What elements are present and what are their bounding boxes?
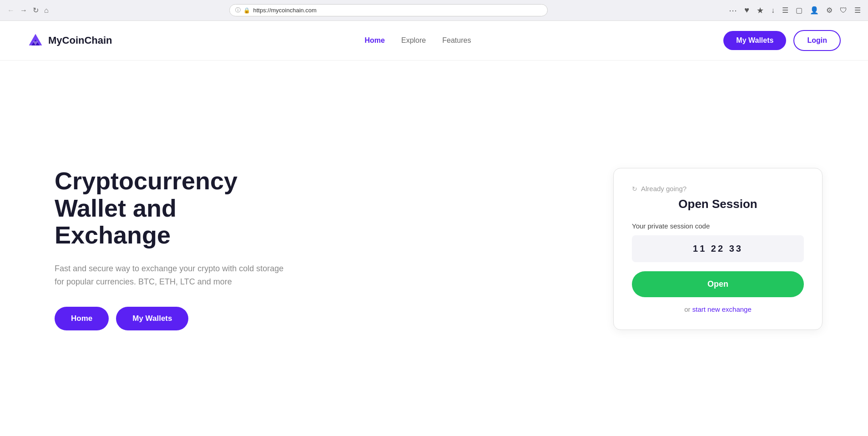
session-footer-prefix: or <box>684 305 692 313</box>
session-footer: or start new exchange <box>632 305 804 313</box>
screenshot-icon[interactable]: ▢ <box>794 5 804 15</box>
more-icon[interactable]: ⋯ <box>727 5 739 16</box>
header-my-wallets-button[interactable]: My Wallets <box>723 31 786 50</box>
site-header: MyCoinChain Home Explore Features My Wal… <box>0 21 868 61</box>
logo-area: MyCoinChain <box>27 32 112 49</box>
hero-description: Fast and secure way to exchange your cry… <box>55 262 291 289</box>
browser-chrome: ← → ↻ ⌂ ⓘ 🔒 https://mycoinchain.com ⋯ ♥ … <box>0 0 868 21</box>
menu-icon[interactable]: ☰ <box>853 5 863 15</box>
session-title: Open Session <box>632 197 804 211</box>
hero-buttons: Home My Wallets <box>55 307 291 330</box>
hero-title-line2: Wallet and Exchange <box>55 194 177 248</box>
library-icon[interactable]: ☰ <box>780 5 790 15</box>
url-input[interactable]: https://mycoinchain.com <box>253 7 542 14</box>
header-login-button[interactable]: Login <box>793 30 841 51</box>
already-going-label: Already going? <box>641 185 686 193</box>
hero-home-button[interactable]: Home <box>55 307 109 330</box>
forward-button[interactable]: → <box>18 5 29 15</box>
hero-content: Cryptocurrency Wallet and Exchange Fast … <box>55 167 291 330</box>
lock-icon: 🔒 <box>243 7 250 14</box>
refresh-button[interactable]: ↻ <box>31 5 40 15</box>
bookmark-icon[interactable]: ♥ <box>742 5 751 16</box>
hero-title-line1: Cryptocurrency <box>55 167 237 194</box>
download-icon[interactable]: ↓ <box>769 5 777 15</box>
nav-explore[interactable]: Explore <box>401 36 426 45</box>
profile-icon[interactable]: 👤 <box>808 5 821 15</box>
refresh-icon: ↻ <box>632 185 637 193</box>
nav-buttons: ← → ↻ ⌂ <box>5 5 50 15</box>
address-bar[interactable]: ⓘ 🔒 https://mycoinchain.com <box>229 4 548 16</box>
logo-text: MyCoinChain <box>48 35 112 46</box>
site-wrapper: MyCoinChain Home Explore Features My Wal… <box>0 21 868 436</box>
browser-right-icons: ⋯ ♥ ★ ↓ ☰ ▢ 👤 ⚙ 🛡 ☰ <box>727 5 863 16</box>
session-code-input[interactable] <box>632 235 804 262</box>
home-button[interactable]: ⌂ <box>42 5 50 15</box>
session-card-header: ↻ Already going? <box>632 185 804 193</box>
extension-icon[interactable]: ⚙ <box>824 5 834 15</box>
open-session-button[interactable]: Open <box>632 271 804 297</box>
hero-title: Cryptocurrency Wallet and Exchange <box>55 167 291 248</box>
session-code-label: Your private session code <box>632 222 804 230</box>
back-button[interactable]: ← <box>5 5 16 15</box>
nav-home[interactable]: Home <box>365 36 385 45</box>
star-icon[interactable]: ★ <box>755 5 766 16</box>
nav-links: Home Explore Features <box>365 36 471 45</box>
info-icon: ⓘ <box>235 6 241 14</box>
hero-my-wallets-button[interactable]: My Wallets <box>116 307 188 330</box>
start-new-exchange-link[interactable]: start new exchange <box>692 305 752 313</box>
header-actions: My Wallets Login <box>723 30 841 51</box>
hero-section: Cryptocurrency Wallet and Exchange Fast … <box>0 61 868 436</box>
session-card: ↻ Already going? Open Session Your priva… <box>613 168 823 330</box>
nav-features[interactable]: Features <box>442 36 471 45</box>
shield-icon[interactable]: 🛡 <box>838 5 849 15</box>
logo-icon <box>27 32 44 49</box>
